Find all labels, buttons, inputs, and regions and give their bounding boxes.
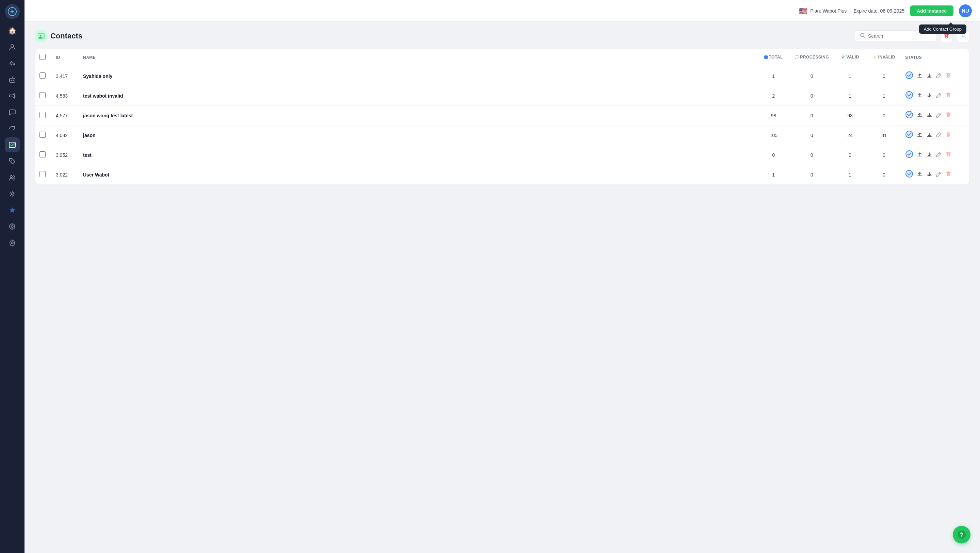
svg-point-9 (11, 160, 12, 161)
edit-icon-1[interactable] (936, 92, 942, 100)
edit-icon-5[interactable] (936, 171, 942, 178)
edit-icon-4[interactable] (936, 151, 942, 159)
svg-point-23 (795, 56, 798, 59)
row-checkbox-cell (35, 106, 52, 126)
svg-point-26 (906, 72, 913, 79)
row-checkbox-3[interactable] (40, 132, 46, 138)
contacts-title-text: Contacts (50, 32, 82, 40)
delete-icon-0[interactable] (945, 72, 951, 80)
svg-point-30 (906, 151, 913, 157)
sidebar-item-bot[interactable] (5, 72, 20, 87)
row-checkbox-cell (35, 126, 52, 145)
svg-point-4 (11, 79, 12, 81)
user-avatar[interactable]: NU (959, 5, 972, 17)
sidebar-item-sync[interactable] (5, 219, 20, 234)
upload-icon-3[interactable] (917, 132, 923, 139)
sidebar-item-integrations[interactable] (5, 186, 20, 201)
row-valid: 24 (833, 126, 867, 145)
sidebar-item-reply[interactable] (5, 56, 20, 71)
sidebar-item-broadcast[interactable] (5, 88, 20, 103)
download-icon-3[interactable] (926, 132, 932, 139)
contacts-title-icon (35, 30, 47, 42)
sidebar-item-settings[interactable] (5, 235, 20, 250)
row-checkbox-0[interactable] (40, 72, 46, 79)
row-processing: 0 (791, 86, 833, 106)
sidebar-item-team[interactable] (5, 170, 20, 185)
table-row: 4,082 jason 105 0 24 81 (35, 126, 969, 145)
status-check-icon-1[interactable] (905, 91, 913, 101)
svg-point-16 (14, 226, 15, 227)
table-row: 4,577 jason wong test latest 98 0 98 0 (35, 106, 969, 126)
download-icon-5[interactable] (926, 171, 932, 178)
col-header-checkbox (35, 49, 52, 66)
edit-icon-0[interactable] (936, 72, 942, 80)
svg-point-25 (875, 57, 875, 58)
delete-icon-1[interactable] (945, 92, 951, 100)
row-total: 1 (756, 165, 791, 185)
edit-icon-2[interactable] (936, 112, 942, 119)
svg-point-28 (906, 111, 913, 118)
download-icon-4[interactable] (926, 151, 932, 159)
sidebar-item-home[interactable]: 🏠 (5, 23, 20, 38)
row-checkbox-cell (35, 145, 52, 165)
svg-point-12 (11, 193, 13, 195)
plan-label: Plan: Wabot Plus (810, 8, 846, 14)
add-instance-button[interactable]: Add Instance (910, 5, 953, 16)
delete-icon-4[interactable] (945, 151, 951, 159)
row-status (901, 145, 969, 165)
row-processing: 0 (791, 126, 833, 145)
edit-icon-3[interactable] (936, 132, 942, 139)
delete-icon-3[interactable] (945, 131, 951, 139)
svg-point-11 (13, 176, 14, 178)
col-header-status: STATUS (901, 49, 969, 66)
row-invalid: 0 (867, 165, 901, 185)
status-check-icon-5[interactable] (905, 170, 913, 180)
total-color-icon (764, 56, 768, 59)
topbar: 🇺🇸 Plan: Wabot Plus | Expire date: 06-09… (24, 0, 980, 22)
col-header-id: ID (52, 49, 79, 66)
sidebar-item-forward[interactable] (5, 121, 20, 136)
search-icon (860, 33, 865, 40)
sidebar-item-favorites[interactable] (5, 203, 20, 218)
svg-point-5 (13, 79, 14, 81)
status-check-icon-0[interactable] (905, 71, 913, 81)
row-checkbox-cell (35, 165, 52, 185)
row-checkbox-2[interactable] (40, 112, 46, 118)
status-check-icon-2[interactable] (905, 111, 913, 121)
svg-point-24 (841, 56, 845, 59)
separator: | (850, 8, 851, 14)
select-all-checkbox[interactable] (40, 54, 46, 60)
svg-point-15 (12, 224, 13, 225)
upload-icon-0[interactable] (917, 72, 923, 80)
row-checkbox-4[interactable] (40, 151, 46, 157)
row-checkbox-5[interactable] (40, 171, 46, 177)
table-row: 3,417 Syahida only 1 0 1 0 (35, 66, 969, 86)
upload-icon-1[interactable] (917, 92, 923, 100)
download-icon-0[interactable] (926, 72, 932, 80)
upload-icon-5[interactable] (917, 171, 923, 178)
sidebar-item-contacts[interactable] (5, 137, 20, 153)
add-contact-group-tooltip[interactable]: Add Contact Group (919, 24, 966, 34)
row-id: 3,952 (52, 145, 79, 165)
row-processing: 0 (791, 165, 833, 185)
svg-point-14 (11, 226, 13, 227)
search-input[interactable] (868, 33, 923, 39)
row-processing: 0 (791, 66, 833, 86)
row-checkbox-1[interactable] (40, 92, 46, 98)
upload-icon-2[interactable] (917, 112, 923, 119)
download-icon-1[interactable] (926, 92, 932, 100)
table-header-row: ID NAME TOTAL PROCESSING (35, 49, 969, 66)
status-check-icon-4[interactable] (905, 150, 913, 160)
support-fab[interactable] (953, 526, 970, 543)
app-logo[interactable] (5, 4, 20, 19)
status-check-icon-3[interactable] (905, 130, 913, 140)
upload-icon-4[interactable] (917, 151, 923, 159)
svg-point-10 (10, 175, 12, 178)
sidebar-item-chat[interactable] (5, 105, 20, 120)
delete-icon-5[interactable] (945, 171, 951, 178)
row-invalid: 0 (867, 145, 901, 165)
sidebar-item-profile[interactable] (5, 40, 20, 54)
delete-icon-2[interactable] (945, 111, 951, 119)
sidebar-item-tags[interactable] (5, 154, 20, 169)
download-icon-2[interactable] (926, 112, 932, 119)
